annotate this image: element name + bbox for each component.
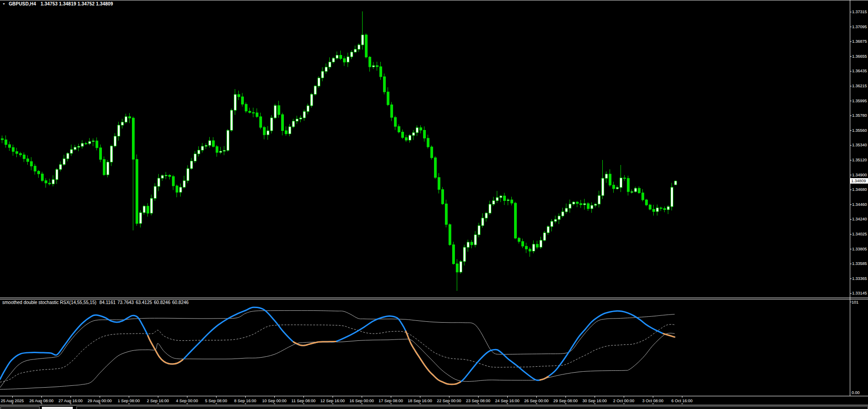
indicator-scale-max: 101 xyxy=(852,300,858,304)
current-price-tag: 1.34809 xyxy=(850,178,868,184)
candle xyxy=(616,185,619,190)
candle xyxy=(16,148,18,157)
candle xyxy=(449,224,451,246)
candle xyxy=(1,135,4,143)
candle xyxy=(365,34,368,59)
candle xyxy=(147,203,149,217)
status-strip-panel xyxy=(76,406,868,409)
indicator-params: (14,55,55,15) xyxy=(69,300,96,305)
candle xyxy=(267,126,269,140)
candle xyxy=(71,145,73,156)
time-axis-label: 25 Aug 2025 xyxy=(1,399,24,403)
candle xyxy=(158,174,160,191)
time-axis-label: 29 Aug 00:00 xyxy=(87,399,111,403)
candle xyxy=(223,146,226,155)
candle xyxy=(274,104,277,120)
candle xyxy=(493,197,495,206)
candle xyxy=(391,102,393,121)
candle xyxy=(584,199,586,210)
candle xyxy=(114,133,116,147)
chart-dropdown-icon[interactable]: ▼ xyxy=(2,2,5,5)
candle xyxy=(231,109,233,132)
candle xyxy=(256,108,258,118)
candle xyxy=(387,87,389,106)
candle xyxy=(183,176,186,189)
candle xyxy=(649,204,651,210)
indicator-value-4: 60.8246 xyxy=(172,300,188,305)
candle xyxy=(238,90,240,100)
candle xyxy=(551,219,553,231)
candle xyxy=(420,125,422,134)
indicator-main-line-down xyxy=(406,331,460,384)
candle xyxy=(220,147,222,154)
status-strip-box-left xyxy=(0,406,40,409)
candle xyxy=(576,201,579,207)
candle xyxy=(394,116,397,130)
candle xyxy=(307,104,309,115)
candle xyxy=(471,240,473,248)
chart-canvas[interactable] xyxy=(0,0,868,409)
chart-frame xyxy=(0,0,868,408)
candle xyxy=(358,44,360,52)
candle xyxy=(41,172,44,182)
candle xyxy=(511,197,513,205)
time-axis-label: 26 Sep 00:00 xyxy=(524,399,549,403)
indicator-value-0: 84.1161 xyxy=(100,300,116,305)
candle xyxy=(63,155,66,166)
time-axis-label: 2 Sep 16:00 xyxy=(147,399,169,403)
candle xyxy=(460,260,462,274)
candle xyxy=(438,173,440,194)
candle xyxy=(540,237,542,249)
time-axis-label: 3 Oct 08:00 xyxy=(642,399,664,403)
candle xyxy=(161,175,164,181)
indicator-scale-min: 0.00 xyxy=(852,390,860,395)
candle xyxy=(660,207,662,211)
candle xyxy=(49,179,51,185)
candle xyxy=(282,113,284,135)
candle xyxy=(620,165,622,192)
time-axis-label: 8 Sep 16:00 xyxy=(234,399,257,403)
candle xyxy=(664,206,666,212)
candle xyxy=(413,130,415,140)
indicator-name: smoothed double stochastic RSX xyxy=(2,300,69,305)
candle xyxy=(212,137,215,148)
candle xyxy=(249,108,251,114)
symbol-header: ▼GBPUSD,H41.347531.348191.347521.34809 xyxy=(2,1,115,6)
candle xyxy=(347,53,349,67)
indicator-middle-line xyxy=(0,324,675,382)
candle xyxy=(303,110,306,121)
candle xyxy=(489,201,491,215)
candle xyxy=(354,45,357,53)
candle xyxy=(653,205,655,216)
candle xyxy=(518,237,520,244)
price-axis-label: 1.33145 xyxy=(852,291,867,295)
candle xyxy=(595,203,597,208)
candle xyxy=(624,175,626,181)
indicator-pane xyxy=(0,307,675,389)
candle xyxy=(376,62,378,71)
price-axis-label: 1.35340 xyxy=(852,143,867,147)
candle xyxy=(205,143,207,149)
candle xyxy=(591,202,593,213)
indicator-value-2: 63.4125 xyxy=(136,300,152,305)
price-axis-label: 1.36435 xyxy=(852,69,867,73)
candle xyxy=(369,56,371,71)
candle xyxy=(627,176,630,196)
candle xyxy=(642,189,644,201)
candle xyxy=(111,145,113,166)
time-axis-label: 10 Sep 00:00 xyxy=(262,399,287,403)
candle xyxy=(100,145,102,162)
price-axis-label: 1.34460 xyxy=(852,202,867,207)
candle xyxy=(635,187,637,193)
candle xyxy=(656,204,659,216)
price-axis-label: 1.37315 xyxy=(852,10,867,14)
candle xyxy=(216,145,218,157)
time-axis-label: 30 Sep 16:00 xyxy=(582,399,607,403)
candle xyxy=(194,151,197,163)
time-axis-label: 27 Aug 16:00 xyxy=(58,399,82,403)
candle xyxy=(500,195,502,202)
candle xyxy=(296,116,298,124)
candle xyxy=(329,57,331,70)
candle xyxy=(293,119,295,128)
candle xyxy=(580,200,582,208)
